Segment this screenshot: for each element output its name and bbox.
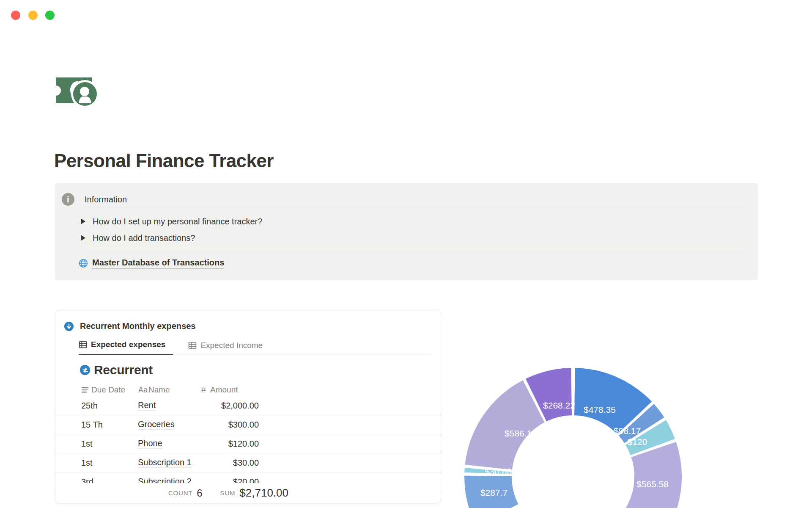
- table-body: 25thRent$2,000.0015 ThGroceries$300.001s…: [55, 396, 441, 491]
- section-title: Recurrent: [94, 363, 153, 377]
- donut-segment-label: $120: [628, 437, 647, 447]
- donut-segment-label: $565.58: [636, 479, 669, 489]
- donut-segment-label: $586.1: [505, 428, 532, 438]
- table-row[interactable]: 25thRent$2,000.00: [55, 396, 441, 415]
- tabs-bottom-border: [79, 354, 433, 354]
- sum-label[interactable]: SUM: [220, 489, 236, 497]
- table-icon: [188, 341, 197, 350]
- dollar-banknote-icon[interactable]: [55, 75, 97, 106]
- table-header-row: Due Date Aa Name # Amount: [55, 383, 441, 396]
- callout-title: Information: [85, 195, 127, 204]
- toggle-label: How do I set up my personal finance trac…: [93, 217, 262, 226]
- text-icon: Aa: [138, 385, 148, 394]
- cell-name[interactable]: Groceries: [138, 420, 175, 430]
- table-row[interactable]: 1stPhone$120.00: [55, 434, 441, 453]
- cell-name[interactable]: Phone: [138, 439, 162, 449]
- recurrent-expenses-card: Recurrent Monthly expenses Expected expe…: [55, 310, 441, 504]
- tab-expected-income[interactable]: Expected Income: [188, 337, 270, 355]
- tab-expected-expenses[interactable]: Expected expenses: [79, 337, 173, 355]
- count-value[interactable]: 6: [197, 487, 202, 499]
- card-title: Recurrent Monthly expenses: [80, 321, 195, 331]
- number-icon: #: [201, 385, 206, 395]
- cell-due-date: 25th: [81, 401, 98, 411]
- cell-name[interactable]: Subscription 1: [138, 458, 192, 468]
- tab-label: Expected Income: [200, 341, 263, 350]
- donut-segment-label: $268.22: [543, 400, 575, 410]
- table-row[interactable]: 15 ThGroceries$300.00: [55, 415, 441, 434]
- master-database-link[interactable]: Master Database of Transactions: [78, 257, 224, 269]
- count-label[interactable]: COUNT: [168, 489, 192, 497]
- column-header-name[interactable]: Name: [148, 385, 170, 395]
- notion-window: $478.35$98.17$120$565.58$287.7$30.68$586…: [0, 0, 812, 508]
- card-header: Recurrent Monthly expenses: [64, 321, 195, 331]
- table-footer: COUNT 6 SUM $2,710.00: [56, 483, 440, 503]
- donut-segment-label: $287.7: [480, 488, 508, 497]
- recurrent-section-header: Recurrent: [80, 361, 153, 379]
- cell-due-date: 1st: [81, 439, 93, 449]
- sum-value[interactable]: $2,710.00: [239, 486, 288, 500]
- cell-due-date: 15 Th: [81, 420, 103, 430]
- toggle-label: How do I add transactions?: [93, 233, 195, 243]
- table-row[interactable]: 1stSubscription 1$30.00: [55, 453, 441, 472]
- cell-due-date: 1st: [81, 458, 93, 468]
- table-icon: [79, 340, 87, 349]
- toggle-triangle-icon[interactable]: [81, 218, 85, 224]
- donut-segment-label: $478.35: [584, 405, 616, 414]
- donut-segment-label: $98.17: [614, 426, 641, 436]
- cell-amount: $2,000.00: [221, 401, 259, 411]
- cell-amount: $30.00: [233, 458, 259, 468]
- info-icon: i: [62, 193, 74, 206]
- divider: [85, 250, 749, 250]
- select-icon: [81, 386, 89, 394]
- sync-arrows-circle-icon: [80, 365, 90, 375]
- toggle-add-transactions-question[interactable]: How do I add transactions?: [81, 232, 195, 244]
- page-title: Personal Finance Tracker: [54, 150, 274, 171]
- column-header-due-date[interactable]: Due Date: [91, 385, 125, 395]
- cell-amount: $300.00: [228, 420, 259, 430]
- divider: [85, 209, 749, 209]
- globe-icon: [78, 258, 88, 268]
- toggle-setup-question[interactable]: How do I set up my personal finance trac…: [81, 215, 262, 227]
- column-header-amount[interactable]: Amount: [210, 385, 238, 395]
- arrow-down-circle-icon: [64, 322, 74, 331]
- toggle-triangle-icon[interactable]: [81, 235, 85, 241]
- master-database-link-label[interactable]: Master Database of Transactions: [92, 258, 224, 269]
- information-callout: i Information How do I set up my persona…: [55, 183, 758, 280]
- view-tabs: Expected expenses Expected Income: [79, 337, 270, 355]
- donut-segment-label: $30.68: [485, 467, 512, 476]
- cell-amount: $120.00: [228, 439, 259, 449]
- cell-name[interactable]: Rent: [138, 400, 156, 411]
- tab-label: Expected expenses: [91, 340, 165, 349]
